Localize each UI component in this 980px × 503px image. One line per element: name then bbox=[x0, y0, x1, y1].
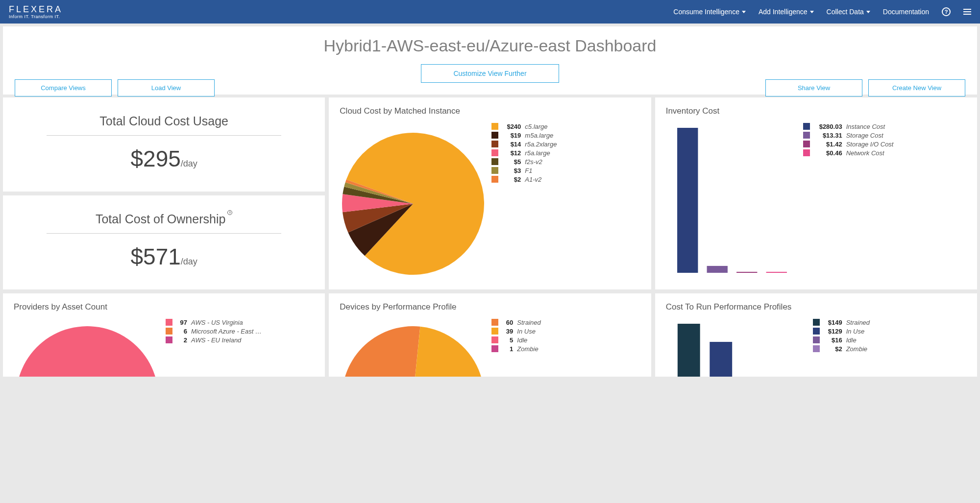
legend-item[interactable]: $14r5a.2xlarge bbox=[491, 141, 557, 148]
customize-view-button[interactable]: Customize View Further bbox=[421, 64, 559, 83]
legend-item[interactable]: 6Microsoft Azure - East … bbox=[166, 328, 262, 335]
swatch-icon bbox=[166, 328, 172, 335]
legend-value: 2 bbox=[176, 336, 187, 344]
legend-value: $3 bbox=[502, 167, 521, 174]
card-label: Total Cloud Cost Usage bbox=[99, 114, 228, 128]
load-view-button[interactable]: Load View bbox=[118, 79, 215, 96]
topbar: FLEXERA Inform IT. Transform IT. Consume… bbox=[0, 0, 980, 24]
info-icon[interactable]: i bbox=[227, 210, 232, 215]
legend-value: $129 bbox=[824, 328, 842, 335]
chevron-down-icon bbox=[810, 11, 814, 13]
help-icon[interactable]: ? bbox=[942, 7, 951, 16]
swatch-icon bbox=[166, 319, 172, 326]
card-total-cloud-cost: Total Cloud Cost Usage $295/day bbox=[3, 97, 325, 192]
legend-item[interactable]: $240c5.large bbox=[491, 123, 557, 130]
cost-unit: /day bbox=[181, 159, 197, 168]
legend-value: $13.31 bbox=[814, 132, 842, 139]
card-cloud-cost-instance: Cloud Cost by Matched Instance $240c5.la… bbox=[329, 97, 651, 289]
legend-label: Strained bbox=[846, 319, 870, 326]
cost-value: $571 bbox=[130, 244, 180, 269]
legend-item[interactable]: $5f2s-v2 bbox=[491, 158, 557, 166]
swatch-icon bbox=[491, 141, 498, 147]
page-title: Hybrid1-AWS-east-eu/Azure-east Dashboard bbox=[13, 35, 967, 56]
swatch-icon bbox=[491, 336, 498, 343]
legend-value: $0.46 bbox=[814, 149, 842, 157]
legend-label: Network Cost bbox=[846, 149, 884, 157]
swatch-icon bbox=[813, 336, 820, 343]
swatch-icon bbox=[813, 345, 820, 352]
legend-label: Zombie bbox=[846, 345, 867, 353]
svg-rect-5 bbox=[710, 342, 732, 377]
legend-value: $16 bbox=[824, 336, 842, 344]
legend-item[interactable]: $149Strained bbox=[813, 319, 870, 326]
legend-item[interactable]: $2A1-v2 bbox=[491, 176, 557, 183]
svg-rect-0 bbox=[677, 128, 698, 273]
legend-label: c5.large bbox=[525, 123, 547, 130]
nav-collect-data[interactable]: Collect Data bbox=[827, 8, 870, 16]
chevron-down-icon bbox=[866, 11, 870, 13]
legend-item[interactable]: $12r5a.large bbox=[491, 149, 557, 157]
nav-documentation[interactable]: Documentation bbox=[883, 8, 929, 16]
legend-label: In Use bbox=[846, 328, 865, 335]
legend-item[interactable]: $129In Use bbox=[813, 328, 870, 335]
legend-label: r5a.large bbox=[525, 149, 550, 157]
topnav: Consume Intelligence Add Intelligence Co… bbox=[673, 7, 971, 16]
card-providers-asset-count: Providers by Asset Count 97AWS - US Virg… bbox=[3, 293, 325, 377]
legend-value: $19 bbox=[502, 132, 521, 139]
nav-add-intelligence[interactable]: Add Intelligence bbox=[759, 8, 814, 16]
legend-value: $5 bbox=[502, 158, 521, 166]
create-new-view-button[interactable]: Create New View bbox=[868, 79, 965, 96]
nav-consume-intelligence[interactable]: Consume Intelligence bbox=[673, 8, 746, 16]
legend-item[interactable]: $13.31Storage Cost bbox=[803, 132, 894, 139]
swatch-icon bbox=[491, 319, 498, 326]
legend: $240c5.large$19m5a.large$14r5a.2xlarge$1… bbox=[491, 123, 557, 280]
card-devices-performance: Devices by Performance Profile 60Straine… bbox=[329, 293, 651, 377]
legend-item[interactable]: $19m5a.large bbox=[491, 132, 557, 139]
swatch-icon bbox=[803, 149, 810, 156]
legend-value: $12 bbox=[502, 149, 521, 157]
legend-item[interactable]: $280.03Instance Cost bbox=[803, 123, 894, 130]
legend-value: 5 bbox=[502, 336, 513, 344]
legend-item[interactable]: $1.42Storage I/O Cost bbox=[803, 141, 894, 148]
legend-item[interactable]: $0.46Network Cost bbox=[803, 149, 894, 157]
legend-label: Idle bbox=[846, 336, 857, 344]
legend: 97AWS - US Virginia6Microsoft Azure - Ea… bbox=[166, 319, 262, 377]
pie-chart bbox=[340, 123, 487, 280]
dashboard-grid: Total Cloud Cost Usage $295/day Total Co… bbox=[0, 97, 980, 380]
legend-label: In Use bbox=[517, 328, 536, 335]
share-view-button[interactable]: Share View bbox=[765, 79, 862, 96]
bar-chart bbox=[666, 319, 808, 377]
legend-label: Storage Cost bbox=[846, 132, 883, 139]
legend-label: AWS - EU Ireland bbox=[191, 336, 241, 344]
legend-item[interactable]: $2Zombie bbox=[813, 345, 870, 353]
legend-value: 60 bbox=[502, 319, 513, 326]
legend-item[interactable]: 60Strained bbox=[491, 319, 540, 326]
swatch-icon bbox=[813, 319, 820, 326]
card-title: Devices by Performance Profile bbox=[340, 302, 640, 312]
legend-item[interactable]: $16Idle bbox=[813, 336, 870, 344]
compare-views-button[interactable]: Compare Views bbox=[15, 79, 112, 96]
brand-tagline: Inform IT. Transform IT. bbox=[9, 15, 63, 19]
legend-item[interactable]: 1Zombie bbox=[491, 345, 540, 353]
hamburger-icon[interactable] bbox=[963, 9, 971, 15]
legend-item[interactable]: 2AWS - EU Ireland bbox=[166, 336, 262, 344]
card-title: Cost To Run Performance Profiles bbox=[666, 302, 966, 312]
svg-rect-1 bbox=[707, 265, 727, 272]
legend-value: 97 bbox=[176, 319, 187, 326]
legend: 60Strained39In Use5Idle1Zombie bbox=[491, 319, 540, 377]
card-title: Inventory Cost bbox=[666, 106, 966, 116]
legend-item[interactable]: 97AWS - US Virginia bbox=[166, 319, 262, 326]
swatch-icon bbox=[813, 328, 820, 335]
swatch-icon bbox=[491, 176, 498, 183]
cost-value: $295 bbox=[130, 146, 180, 171]
cost-unit: /day bbox=[181, 257, 197, 266]
swatch-icon bbox=[491, 345, 498, 352]
legend-label: Storage I/O Cost bbox=[846, 141, 894, 148]
legend-item[interactable]: $3F1 bbox=[491, 167, 557, 174]
swatch-icon bbox=[491, 167, 498, 174]
svg-rect-2 bbox=[736, 272, 757, 273]
legend-item[interactable]: 5Idle bbox=[491, 336, 540, 344]
swatch-icon bbox=[491, 149, 498, 156]
legend-item[interactable]: 39In Use bbox=[491, 328, 540, 335]
legend-value: $240 bbox=[502, 123, 521, 130]
